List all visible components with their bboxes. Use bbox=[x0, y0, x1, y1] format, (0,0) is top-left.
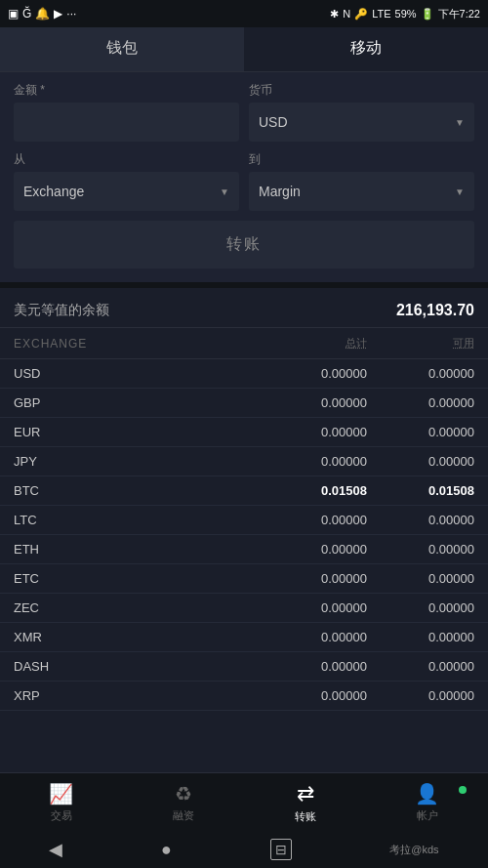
exchange-rows: USD 0.00000 0.00000 GBP 0.00000 0.00000 … bbox=[0, 359, 488, 711]
status-left-icons: ▣ Ğ 🔔 ▶ ··· bbox=[8, 7, 76, 21]
row-total: 0.00000 bbox=[260, 688, 367, 703]
brand-label: 考拉@kds bbox=[389, 843, 438, 857]
nav-item-transfer[interactable]: ⇄ 转账 bbox=[244, 781, 366, 824]
exchange-header: EXCHANGE 总计 可用 bbox=[0, 328, 488, 359]
transfer-btn-row: 转账 bbox=[14, 221, 474, 269]
form-area: 金额 * 货币 USD ▼ 从 Exchange ▼ 到 Margin ▼ bbox=[0, 72, 488, 282]
table-row: XMR 0.00000 0.00000 bbox=[0, 623, 488, 652]
tab-wallet[interactable]: 钱包 bbox=[0, 27, 244, 71]
nav-item-account[interactable]: 👤 帐户 bbox=[366, 782, 488, 823]
row-available: 0.00000 bbox=[367, 513, 474, 527]
row-currency: JPY bbox=[14, 454, 260, 469]
row-currency: GBP bbox=[14, 395, 260, 410]
status-bar: ▣ Ğ 🔔 ▶ ··· ✱ N 🔑 LTE 59% 🔋 下午7:22 bbox=[0, 0, 488, 27]
icon-box: ▣ bbox=[8, 7, 19, 21]
icon-nfc: N bbox=[343, 8, 350, 20]
to-group: 到 Margin ▼ bbox=[249, 151, 474, 211]
col-available-header: 可用 bbox=[396, 336, 474, 351]
to-select[interactable]: Margin ▼ bbox=[249, 172, 474, 211]
table-row: BTC 0.01508 0.01508 bbox=[0, 476, 488, 506]
row-total: 0.00000 bbox=[260, 454, 367, 469]
exchange-section: EXCHANGE 总计 可用 USD 0.00000 0.00000 GBP 0… bbox=[0, 328, 488, 711]
nav-label-transfer: 转账 bbox=[295, 809, 316, 824]
row-currency: ETC bbox=[14, 571, 260, 586]
sys-recent-button[interactable]: ⊟ bbox=[270, 839, 292, 860]
icon-bell: 🔔 bbox=[35, 7, 50, 21]
table-row: GBP 0.00000 0.00000 bbox=[0, 389, 488, 418]
sys-nav: ◀ ● ⊟ 考拉@kds bbox=[0, 831, 488, 868]
row-available: 0.00000 bbox=[367, 395, 474, 410]
row-total: 0.00000 bbox=[260, 630, 367, 644]
table-row: ETH 0.00000 0.00000 bbox=[0, 535, 488, 564]
tab-move[interactable]: 移动 bbox=[244, 27, 488, 71]
row-currency: DASH bbox=[14, 659, 260, 674]
row-currency: ZEC bbox=[14, 600, 260, 615]
nav-item-trade[interactable]: 📈 交易 bbox=[0, 782, 122, 823]
row-available: 0.00000 bbox=[367, 630, 474, 644]
currency-select[interactable]: USD ▼ bbox=[249, 103, 474, 142]
from-arrow-icon: ▼ bbox=[220, 186, 229, 197]
row-currency: BTC bbox=[14, 483, 260, 498]
nav-label-trade: 交易 bbox=[51, 808, 72, 823]
row-total: 0.00000 bbox=[260, 395, 367, 410]
from-group: 从 Exchange ▼ bbox=[14, 151, 239, 211]
funding-icon: ♻ bbox=[175, 782, 192, 806]
table-row: DASH 0.00000 0.00000 bbox=[0, 652, 488, 682]
time: 下午7:22 bbox=[438, 7, 480, 21]
transfer-button[interactable]: 转账 bbox=[14, 221, 474, 269]
row-total: 0.00000 bbox=[260, 600, 367, 615]
table-row: USD 0.00000 0.00000 bbox=[0, 359, 488, 389]
row-total: 0.00000 bbox=[260, 513, 367, 527]
icon-bluetooth: ✱ bbox=[330, 8, 339, 21]
row-available: 0.00000 bbox=[367, 600, 474, 615]
table-row: JPY 0.00000 0.00000 bbox=[0, 447, 488, 476]
account-icon: 👤 bbox=[415, 782, 439, 806]
row-available: 0.00000 bbox=[367, 688, 474, 703]
icon-g: Ğ bbox=[22, 7, 31, 21]
form-row-2: 从 Exchange ▼ 到 Margin ▼ bbox=[14, 151, 474, 211]
row-total: 0.00000 bbox=[260, 366, 367, 381]
currency-arrow-icon: ▼ bbox=[455, 117, 465, 128]
account-dot bbox=[459, 786, 467, 794]
col-headers: 总计 可用 bbox=[289, 336, 474, 351]
table-row: LTC 0.00000 0.00000 bbox=[0, 506, 488, 535]
row-available: 0.00000 bbox=[367, 425, 474, 439]
row-currency: USD bbox=[14, 366, 260, 381]
icon-play: ▶ bbox=[54, 7, 62, 21]
trade-icon: 📈 bbox=[49, 782, 73, 806]
row-currency: LTC bbox=[14, 513, 260, 527]
from-label: 从 bbox=[14, 151, 239, 168]
row-total: 0.00000 bbox=[260, 542, 367, 557]
col-total-header: 总计 bbox=[289, 336, 367, 351]
transfer-icon: ⇄ bbox=[297, 781, 314, 806]
bottom-nav: 📈 交易 ♻ 融资 ⇄ 转账 👤 帐户 bbox=[0, 772, 488, 831]
row-available: 0.00000 bbox=[367, 542, 474, 557]
row-total: 0.01508 bbox=[260, 483, 367, 498]
balance-label: 美元等值的余额 bbox=[14, 302, 109, 319]
row-available: 0.01508 bbox=[367, 483, 474, 498]
status-right-info: ✱ N 🔑 LTE 59% 🔋 下午7:22 bbox=[330, 7, 480, 21]
to-arrow-icon: ▼ bbox=[455, 186, 465, 197]
from-select[interactable]: Exchange ▼ bbox=[14, 172, 239, 211]
nav-item-funding[interactable]: ♻ 融资 bbox=[122, 782, 244, 823]
balance-value: 216,193.70 bbox=[396, 302, 474, 319]
to-label: 到 bbox=[249, 151, 474, 168]
signal-lte: LTE bbox=[372, 8, 390, 20]
battery-icon: 🔋 bbox=[421, 8, 434, 21]
nav-label-funding: 融资 bbox=[173, 808, 194, 823]
amount-input[interactable] bbox=[14, 103, 239, 142]
row-currency: ETH bbox=[14, 542, 260, 557]
row-total: 0.00000 bbox=[260, 425, 367, 439]
row-total: 0.00000 bbox=[260, 659, 367, 674]
currency-label: 货币 bbox=[249, 82, 474, 99]
sys-back-button[interactable]: ◀ bbox=[49, 839, 62, 860]
table-row: EUR 0.00000 0.00000 bbox=[0, 418, 488, 447]
icon-dots: ··· bbox=[66, 7, 76, 21]
row-available: 0.00000 bbox=[367, 366, 474, 381]
row-currency: EUR bbox=[14, 425, 260, 439]
row-total: 0.00000 bbox=[260, 571, 367, 586]
sys-home-button[interactable]: ● bbox=[161, 840, 172, 860]
row-available: 0.00000 bbox=[367, 571, 474, 586]
table-row: ETC 0.00000 0.00000 bbox=[0, 564, 488, 594]
tab-header: 钱包 移动 bbox=[0, 27, 488, 72]
